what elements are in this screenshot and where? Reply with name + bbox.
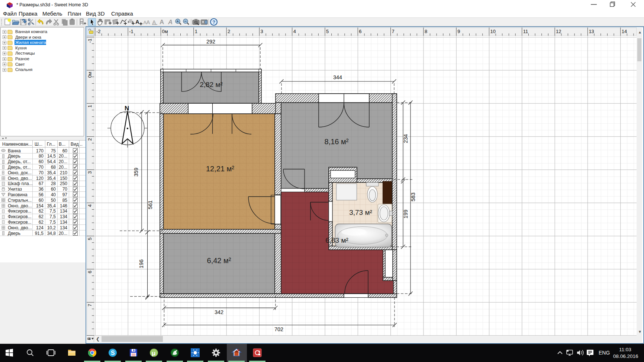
svg-text:6,42 м²: 6,42 м² [207, 256, 231, 265]
svg-text:12,21 м²: 12,21 м² [206, 165, 234, 173]
svg-text:N: N [125, 105, 129, 112]
svg-text:292: 292 [206, 39, 215, 45]
svg-text:0м: 0м [87, 72, 93, 78]
svg-text:199: 199 [403, 210, 409, 219]
svg-text:-1: -1 [129, 29, 133, 34]
svg-text:561: 561 [147, 200, 153, 209]
svg-text:A: A [168, 19, 173, 26]
svg-text:3: 3 [87, 171, 93, 174]
svg-text:7: 7 [392, 29, 395, 34]
svg-text:ENG: ENG [599, 350, 610, 356]
svg-text:A: A [146, 19, 150, 25]
svg-text:342: 342 [215, 309, 223, 315]
svg-text:14: 14 [622, 29, 627, 34]
svg-text:583: 583 [410, 193, 416, 201]
svg-text:8: 8 [425, 29, 427, 34]
svg-text:3,73 м²: 3,73 м² [349, 209, 372, 216]
svg-text:3: 3 [260, 29, 263, 34]
svg-text:4: 4 [293, 29, 296, 34]
svg-text:344: 344 [333, 74, 342, 80]
svg-text:7: 7 [87, 304, 93, 306]
svg-text:A: A [135, 19, 139, 25]
svg-text:1: 1 [87, 105, 93, 107]
svg-text:196: 196 [138, 259, 144, 268]
svg-text:μ: μ [152, 350, 155, 357]
svg-text:-1: -1 [87, 39, 93, 43]
svg-text:2: 2 [228, 29, 230, 34]
svg-text:08.06.2016: 08.06.2016 [613, 353, 638, 359]
svg-text:2,82 м²: 2,82 м² [200, 81, 223, 88]
svg-text:0м: 0м [162, 29, 168, 34]
svg-text:+: + [176, 19, 178, 23]
svg-text:11:03: 11:03 [619, 347, 631, 352]
svg-text:4: 4 [87, 204, 93, 207]
svg-text:6,83 м²: 6,83 м² [325, 236, 348, 244]
svg-text:−: − [184, 19, 186, 23]
svg-text:2: 2 [87, 138, 93, 140]
svg-text:11: 11 [523, 29, 528, 34]
svg-text:6: 6 [359, 29, 361, 34]
svg-text:359: 359 [133, 168, 139, 177]
svg-text:S: S [111, 350, 115, 356]
svg-text:10: 10 [490, 29, 496, 34]
svg-text:5: 5 [326, 29, 329, 34]
svg-text:13: 13 [589, 29, 594, 34]
svg-text:702: 702 [274, 326, 283, 332]
svg-text:9: 9 [457, 29, 460, 34]
svg-text:234: 234 [403, 134, 409, 143]
svg-text:12: 12 [556, 29, 561, 34]
svg-text:6: 6 [87, 271, 93, 273]
svg-text:5: 5 [87, 237, 93, 240]
svg-text:A: A [160, 19, 164, 26]
svg-text:-2: -2 [96, 29, 101, 34]
svg-text:1: 1 [195, 29, 197, 34]
svg-text:8,16 м²: 8,16 м² [325, 138, 349, 146]
svg-text:?: ? [212, 19, 215, 25]
